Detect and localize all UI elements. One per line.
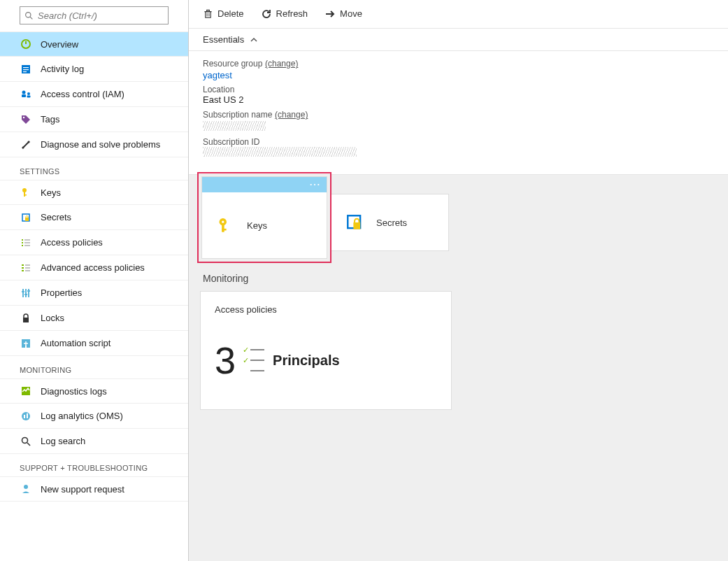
svg-rect-25 (24, 245, 30, 246)
svg-rect-47 (206, 12, 211, 17)
sidebar-item-advanced-policies[interactable]: Advanced access policies (0, 255, 188, 280)
tile-label: Keys (247, 220, 267, 231)
tag-icon (20, 113, 32, 126)
essentials-label: Essentials (203, 34, 244, 45)
location-value: East US 2 (203, 94, 714, 105)
button-label: Delete (217, 8, 244, 19)
sidebar-item-secrets[interactable]: Secrets (0, 205, 188, 230)
policies-tile-title: Access policies (215, 304, 437, 315)
svg-rect-43 (27, 413, 28, 418)
svg-rect-35 (22, 291, 24, 292)
refresh-icon (261, 8, 272, 20)
svg-rect-34 (28, 289, 29, 297)
move-button[interactable]: Move (324, 8, 362, 20)
tile-label: Secrets (376, 218, 407, 228)
subscription-name-redacted (203, 121, 266, 131)
svg-rect-21 (24, 239, 30, 240)
sidebar-item-activity-log[interactable]: Activity log (0, 57, 188, 82)
change-resource-group-link[interactable]: (change) (265, 59, 298, 69)
sidebar-item-tags[interactable]: Tags (0, 107, 188, 132)
sidebar-item-access-policies[interactable]: Access policies (0, 230, 188, 255)
svg-rect-29 (25, 267, 30, 268)
svg-rect-24 (22, 245, 23, 246)
sidebar-item-label: Automation script (41, 338, 110, 348)
content-area: ⋯ Keys Secrets Monitoring Acces (189, 175, 728, 561)
lock-icon (20, 312, 32, 325)
principals-label: Principals (273, 353, 340, 369)
svg-point-56 (222, 221, 224, 223)
sidebar-item-label: Access policies (41, 237, 103, 248)
sidebar-item-access-control[interactable]: Access control (IAM) (0, 82, 188, 107)
svg-point-10 (27, 92, 30, 95)
delete-button[interactable]: Delete (203, 8, 244, 19)
secrets-tile[interactable]: Secrets (331, 194, 449, 251)
sidebar-item-new-support-request[interactable]: New support request (0, 476, 188, 502)
arrow-right-icon (324, 8, 336, 20)
advanced-list-icon (20, 262, 32, 274)
keys-tile[interactable]: ⋯ Keys (201, 176, 327, 259)
search-icon (20, 435, 32, 448)
svg-line-1 (30, 17, 32, 19)
sidebar-item-log-analytics[interactable]: Log analytics (OMS) (0, 404, 188, 429)
svg-rect-32 (22, 289, 24, 297)
svg-rect-6 (23, 69, 29, 70)
resource-group-label: Resource group (203, 59, 262, 69)
location-label: Location (203, 85, 714, 94)
list-icon (20, 236, 32, 249)
sidebar-item-overview[interactable]: Overview (0, 31, 188, 57)
sidebar-item-label: New support request (41, 484, 124, 495)
secret-icon (20, 211, 32, 224)
svg-point-8 (22, 90, 26, 94)
svg-rect-38 (23, 318, 29, 322)
sidebar-item-label: Diagnose and solve problems (41, 139, 160, 150)
svg-rect-7 (23, 71, 27, 72)
tile-menu[interactable]: ⋯ (202, 177, 327, 192)
subscription-id-redacted (203, 147, 357, 157)
svg-point-44 (22, 437, 28, 443)
svg-line-45 (27, 443, 30, 446)
resource-group-value[interactable]: yagtest (203, 70, 714, 80)
subscription-id-label: Subscription ID (203, 137, 714, 147)
main-content: Delete Refresh Move Essentials Resource … (189, 0, 728, 561)
sidebar-item-locks[interactable]: Locks (0, 306, 188, 331)
search-icon (24, 11, 34, 20)
essentials-panel: Resource group (change) yagtest Location… (189, 51, 728, 175)
refresh-button[interactable]: Refresh (261, 8, 308, 20)
svg-rect-36 (24, 294, 27, 295)
diagnostics-icon (20, 385, 32, 397)
sidebar-item-keys[interactable]: Keys (0, 180, 188, 205)
sidebar-item-diagnose[interactable]: Diagnose and solve problems (0, 132, 188, 157)
svg-rect-54 (222, 224, 224, 232)
wrench-icon (20, 139, 32, 151)
trash-icon (203, 8, 213, 19)
access-control-icon (20, 88, 32, 101)
tiles-row: ⋯ Keys Secrets (200, 175, 717, 263)
sidebar-item-label: Log search (41, 436, 85, 446)
sidebar-item-label: Advanced access policies (41, 262, 145, 273)
chevron-up-icon (250, 36, 258, 44)
sidebar-item-label: Access control (IAM) (41, 89, 124, 99)
access-policies-tile[interactable]: Access policies 3 ✓ ✓ ✓ Principals (200, 291, 452, 410)
sidebar-item-label: Tags (41, 114, 59, 125)
svg-rect-23 (24, 242, 30, 243)
svg-rect-48 (207, 10, 210, 11)
essentials-toggle[interactable]: Essentials (189, 28, 728, 51)
sidebar-item-label: Secrets (41, 212, 71, 222)
section-title-settings: SETTINGS (0, 157, 188, 180)
svg-point-41 (22, 412, 30, 420)
section-title-support: SUPPORT + TROUBLESHOOTING (0, 454, 188, 476)
change-subscription-link[interactable]: (change) (275, 110, 308, 120)
svg-rect-11 (27, 95, 31, 97)
sidebar-item-properties[interactable]: Properties (0, 280, 188, 306)
svg-rect-26 (22, 264, 24, 266)
monitoring-section-title: Monitoring (203, 273, 717, 284)
svg-point-14 (28, 141, 30, 143)
secret-icon (345, 213, 364, 232)
search-input[interactable]: Search (Ctrl+/) (20, 6, 169, 24)
svg-rect-31 (25, 270, 30, 271)
button-label: Refresh (276, 8, 308, 19)
svg-point-13 (22, 146, 24, 148)
sidebar-item-automation-script[interactable]: Automation script (0, 331, 188, 356)
sidebar-item-log-search[interactable]: Log search (0, 429, 188, 454)
sidebar-item-diagnostics-logs[interactable]: Diagnostics logs (0, 378, 188, 404)
